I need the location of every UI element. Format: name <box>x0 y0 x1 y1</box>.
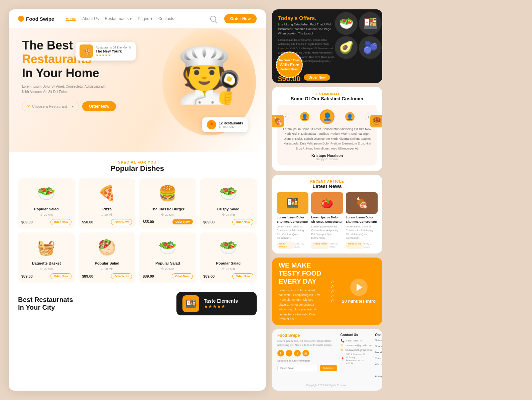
dish-name: Popular Salad <box>95 261 119 265</box>
select-icon: ✕ <box>27 104 30 109</box>
dish-order-button[interactable]: Oder Now <box>172 273 193 279</box>
dish-order-button[interactable]: Oder Now <box>232 219 253 225</box>
news-card-title-1: Lorem Ipsum Dolor Sit Amet, Consectetur <box>277 215 308 224</box>
subscribe-button[interactable]: Subcribe <box>320 365 337 371</box>
news-date-3: May 2, 2022 <box>364 242 378 248</box>
food-image-1: 🥗 <box>335 12 358 35</box>
testimonial-role: Happy Customer <box>282 158 372 161</box>
popular-dishes-tag: Special For You <box>18 160 257 164</box>
best-title-line1: Best Restaurnats <box>18 296 73 304</box>
dish-order-button[interactable]: Oder Now <box>172 219 193 224</box>
news-date-1: May 18, 2022 <box>294 242 308 248</box>
dish-order-button[interactable]: Oder Now <box>50 219 72 225</box>
nav-link-restaurants[interactable]: Restaurnants ▾ <box>105 16 132 21</box>
dish-order-button[interactable]: Oder Now <box>232 273 253 279</box>
dish-price: $89.00 <box>21 220 33 224</box>
dish-order-button[interactable]: Oder Now <box>50 273 72 279</box>
location-sub: In Your City <box>219 125 243 128</box>
dish-time: ⏱ 20 Min <box>40 267 53 271</box>
hero-subtitle: Lorem Ipsum Dolor Sit Amet, Consectetur … <box>22 84 109 95</box>
offers-food-images: 🥗 🍱 🥑 🫐 <box>332 9 382 76</box>
testimonial-avatar-main: 👤 <box>320 109 335 124</box>
dish-order-button[interactable]: Oder Now <box>111 219 132 225</box>
address-icon: 📍 <box>341 357 345 361</box>
news-card-title-2: Lorem Ipsum Dolor Sit Amet, Consectetur <box>311 215 343 224</box>
news-image-2: 🍅 <box>311 192 343 214</box>
news-card-footer-1: Read More › May 18, 2022 <box>277 241 308 249</box>
taste-card-icon: 🍱 <box>182 295 199 312</box>
dish-card: 🥗 Popular Salad ⏱ 20 Min $89.00 Oder Now <box>18 178 75 228</box>
nav-links: Home About Us Restaurnants ▾ Pages ▾ Con… <box>65 16 202 21</box>
dish-footer: $89.00 Oder Now <box>82 273 132 279</box>
video-dots <box>331 281 334 302</box>
video-dot <box>331 295 334 297</box>
testimonial-name: Kristaps Haralson <box>282 154 372 158</box>
dish-time: ⏱ 20 Min <box>161 213 174 216</box>
news-card-text-1: Lorem ipsum dolor sit Consectetur Adipis… <box>277 225 308 240</box>
best-title-line2: In Your City <box>18 304 73 311</box>
nav-link-pages[interactable]: Pages ▾ <box>138 16 152 21</box>
location-info: 12 Restaurants In Your City <box>219 121 243 128</box>
news-card-title-3: Lorem Ipsum Dolor Sit Amet, Consectetur <box>346 215 378 224</box>
video-play-area: 20 minutes intro <box>342 279 376 304</box>
taste-card-info: Taste Elements ★★★★★ <box>204 298 238 309</box>
nav-order-button[interactable]: Order Now <box>224 14 257 23</box>
best-restaurants-title: Best Restaurnats In Your City <box>18 296 73 311</box>
footer-brand-col: Food Swipe Lorem ipsum dolor sit amet er… <box>277 333 337 381</box>
play-icon <box>357 284 363 291</box>
restaurant-card-image: 🍕 <box>80 44 93 58</box>
free-badge-line1: No Frozen Food <box>279 59 300 62</box>
news-date-2: May 2, 2022 <box>329 242 343 248</box>
news-image-3: 🍖 <box>346 192 378 214</box>
facebook-icon[interactable]: f <box>277 350 284 357</box>
taste-card-name: Taste Elements <box>204 298 238 304</box>
news-read-more-2[interactable]: Read More › <box>311 241 329 249</box>
news-card: 🍱 Lorem Ipsum Dolor Sit Amet, Consectetu… <box>277 192 308 249</box>
news-read-more-1[interactable]: Read More › <box>277 241 294 249</box>
dishes-grid: 🥗 Popular Salad ⏱ 20 Min $89.00 Oder Now… <box>18 178 257 283</box>
dish-price: $89.00 <box>143 274 154 278</box>
search-icon[interactable] <box>210 16 216 22</box>
video-description: Lorem ipsum dolor sit amet, consectetur … <box>279 288 322 322</box>
email2-icon: ✉ <box>341 348 343 352</box>
chevron-down-icon: ▾ <box>72 104 74 109</box>
footer-section: Food Swipe Lorem ipsum dolor sit amet er… <box>272 329 382 391</box>
restaurant-select[interactable]: ✕ Choose a Restaurant ▾ <box>22 102 79 111</box>
news-card-footer-2: Read More › May 2, 2022 <box>311 241 343 249</box>
nav-link-home[interactable]: Home <box>65 16 76 21</box>
dish-image: 🥗 <box>215 236 242 259</box>
dish-name: The Classic Burger <box>151 207 184 211</box>
dish-footer: $89.00 Oder Now <box>21 219 72 225</box>
footer-contact-col: Contact Us 📞 #TRTRTRTR ✉ userneme@gmail.… <box>341 333 372 381</box>
newsletter-input[interactable] <box>277 365 318 371</box>
nav-link-contacts[interactable]: Contacts <box>158 16 174 21</box>
hero-order-button[interactable]: Order Now <box>82 101 116 111</box>
video-section: WE MAKE Testy FOOd Every DAY Lorem ipsum… <box>272 258 382 325</box>
footer-brand-name: Food Swipe <box>277 333 337 338</box>
newsletter-label: Subcribe To Our Newsletter <box>277 359 337 362</box>
opening-row-wednesday: Wednesday ........ 8 AM - 10 PM <box>375 363 382 375</box>
nav-link-about[interactable]: About Us <box>82 16 99 21</box>
twitter-icon[interactable]: t <box>286 350 292 357</box>
news-tag: Recent Article <box>277 180 378 183</box>
dish-image: 🍔 <box>154 182 181 205</box>
video-text: WE MAKE Testy FOOd Every DAY Lorem ipsum… <box>279 261 322 322</box>
footer-address: 📍 5711 Burnner St. Volevey, Massacchsctt… <box>341 353 372 365</box>
dish-card: 🧺 Baguette Basket ⏱ 20 Min $89.00 Oder N… <box>18 232 75 283</box>
opening-row-sunday: Sunday ........ 8 AM - 10 PM <box>375 345 382 351</box>
testimonial-text: Lorem Ipsum Dolor Sit Amet, Consectetur … <box>282 127 372 151</box>
popular-dishes-title: Popular Dishes <box>18 164 257 173</box>
instagram-icon[interactable]: i <box>294 350 301 357</box>
dish-order-button[interactable]: Oder Now <box>111 273 132 279</box>
offers-order-button[interactable]: Order Now <box>304 74 330 81</box>
email-icon: ✉ <box>341 343 343 347</box>
play-button[interactable] <box>350 279 368 296</box>
dish-footer: $89.00 Oder Now <box>204 273 254 279</box>
news-card-text-3: Lorem ipsum dolor sit Consectetur Adipis… <box>346 225 378 240</box>
linkedin-icon[interactable]: in <box>302 350 309 357</box>
dish-image: 🥗 <box>215 182 242 205</box>
news-read-more-3[interactable]: Read More › <box>346 241 364 249</box>
footer-email2: ✉ foodwweb@gmail.com <box>341 348 372 352</box>
dish-price: $89.00 <box>204 220 215 224</box>
video-dot <box>331 299 334 302</box>
